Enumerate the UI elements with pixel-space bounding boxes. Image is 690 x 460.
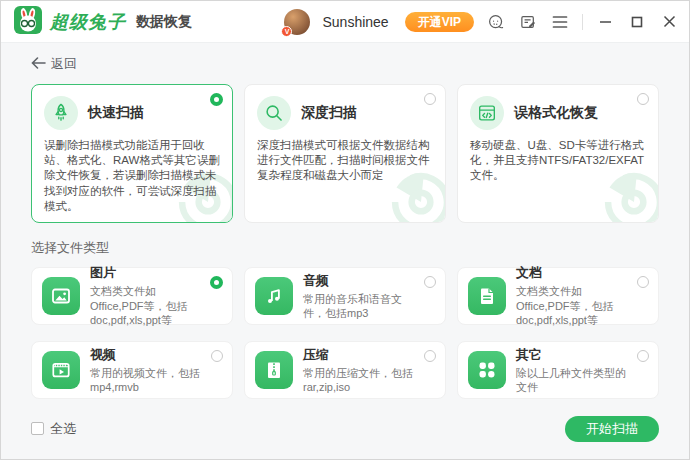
arrow-left-icon (31, 57, 46, 72)
footer: 全选 开始扫描 (31, 416, 659, 442)
avatar[interactable]: V (284, 9, 310, 35)
select-all-label: 全选 (50, 420, 76, 438)
radio-type-audio[interactable] (424, 276, 436, 288)
scan-card-deep[interactable]: 深度扫描 深度扫描模式可根据文件数据结构进行文件匹配，扫描时间根据文件复杂程度和… (244, 84, 446, 223)
radio-type-other[interactable] (637, 350, 649, 362)
back-button[interactable]: 返回 (31, 55, 77, 73)
type-card-document[interactable]: 文档 文档类文件如Office,PDF等，包括doc,pdf,xls,ppt等 (457, 267, 659, 325)
radio-type-video[interactable] (211, 350, 223, 362)
type-card-desc: 文档类文件如Office,PDF等，包括doc,pdf,xls,ppt等 (90, 284, 208, 327)
app-logo: 超级兔子 数据恢复 (14, 6, 192, 38)
document-icon (468, 277, 506, 315)
video-icon (42, 351, 80, 389)
scan-card-quick[interactable]: 快速扫描 误删除扫描模式功能适用于回收站、格式化、RAW格式等其它误删除文件恢复… (31, 84, 233, 223)
username: Sunshinee (322, 14, 388, 30)
select-all[interactable]: 全选 (31, 420, 76, 438)
type-card-title: 文档 (516, 264, 634, 282)
rocket-icon (44, 96, 78, 130)
type-card-audio[interactable]: 音频 常用的音乐和语音文件，包括mp3 (244, 267, 446, 325)
type-card-other[interactable]: 其它 除以上几种文件类型的文件 (457, 341, 659, 399)
radio-quick-scan[interactable] (210, 93, 223, 106)
scan-card-title: 快速扫描 (88, 104, 144, 122)
file-type-group: 图片 文档类文件如Office,PDF等，包括doc,pdf,xls,ppt等 … (31, 267, 659, 399)
open-vip-button[interactable]: 开通VIP (405, 12, 474, 32)
type-card-title: 音频 (303, 272, 421, 290)
rabbit-logo-icon (14, 6, 42, 38)
type-card-title: 视频 (90, 346, 208, 364)
scan-mode-group: 快速扫描 误删除扫描模式功能适用于回收站、格式化、RAW格式等其它误删除文件恢复… (31, 84, 659, 223)
zip-icon (255, 351, 293, 389)
radio-format-recovery[interactable] (637, 93, 649, 105)
image-icon (42, 277, 80, 315)
magnifier-icon (257, 96, 291, 130)
type-card-desc: 常用的音乐和语音文件，包括mp3 (303, 292, 421, 321)
maximize-icon[interactable] (627, 12, 647, 32)
support-headset-icon[interactable] (486, 12, 506, 32)
type-card-title: 其它 (516, 346, 634, 364)
back-label: 返回 (51, 55, 77, 73)
format-disk-icon (470, 96, 504, 130)
radio-type-archive[interactable] (424, 350, 436, 362)
scan-card-title: 误格式化恢复 (514, 104, 598, 122)
menu-icon[interactable] (550, 12, 570, 32)
radio-deep-scan[interactable] (424, 93, 436, 105)
scan-card-desc: 移动硬盘、U盘、SD卡等进行格式化，并且支持NTFS/FAT32/EXFAT文件… (470, 138, 646, 184)
type-card-image[interactable]: 图片 文档类文件如Office,PDF等，包括doc,pdf,xls,ppt等 (31, 267, 233, 325)
type-card-desc: 除以上几种文件类型的文件 (516, 366, 634, 395)
type-card-desc: 常用的压缩文件，包括rar,zip,iso (303, 366, 421, 395)
type-card-title: 压缩 (303, 346, 421, 364)
radio-type-document[interactable] (637, 276, 649, 288)
close-icon[interactable] (659, 12, 679, 32)
type-card-archive[interactable]: 压缩 常用的压缩文件，包括rar,zip,iso (244, 341, 446, 399)
type-card-video[interactable]: 视频 常用的视频文件，包括mp4,rmvb (31, 341, 233, 399)
scan-card-format-recovery[interactable]: 误格式化恢复 移动硬盘、U盘、SD卡等进行格式化，并且支持NTFS/FAT32/… (457, 84, 659, 223)
file-type-section-title: 选择文件类型 (31, 239, 659, 257)
app-window: 超级兔子 数据恢复 V Sunshinee 开通VIP (0, 0, 690, 460)
titlebar-separator (582, 14, 583, 30)
scan-card-title: 深度扫描 (301, 104, 357, 122)
scan-card-desc: 深度扫描模式可根据文件数据结构进行文件匹配，扫描时间根据文件复杂程度和磁盘大小而… (257, 138, 433, 184)
type-card-desc: 文档类文件如Office,PDF等，包括doc,pdf,xls,ppt等 (516, 284, 634, 327)
app-subtitle: 数据恢复 (136, 13, 192, 31)
main-content: 返回 快速扫描 误删除扫描模式功能适用于回收站、格式化、RAW格 (1, 43, 689, 460)
minimize-icon[interactable] (595, 12, 615, 32)
titlebar: 超级兔子 数据恢复 V Sunshinee 开通VIP (1, 1, 689, 43)
type-card-desc: 常用的视频文件，包括mp4,rmvb (90, 366, 208, 395)
radio-type-image[interactable] (210, 276, 223, 289)
start-scan-button[interactable]: 开始扫描 (565, 416, 659, 442)
app-name: 超级兔子 (50, 10, 126, 34)
vip-badge: V (281, 26, 292, 37)
feedback-icon[interactable] (518, 12, 538, 32)
select-all-checkbox[interactable] (31, 422, 44, 435)
scan-card-desc: 误删除扫描模式功能适用于回收站、格式化、RAW格式等其它误删除文件恢复，若误删除… (44, 138, 220, 214)
type-card-title: 图片 (90, 264, 208, 282)
other-icon (468, 351, 506, 389)
music-icon (255, 277, 293, 315)
